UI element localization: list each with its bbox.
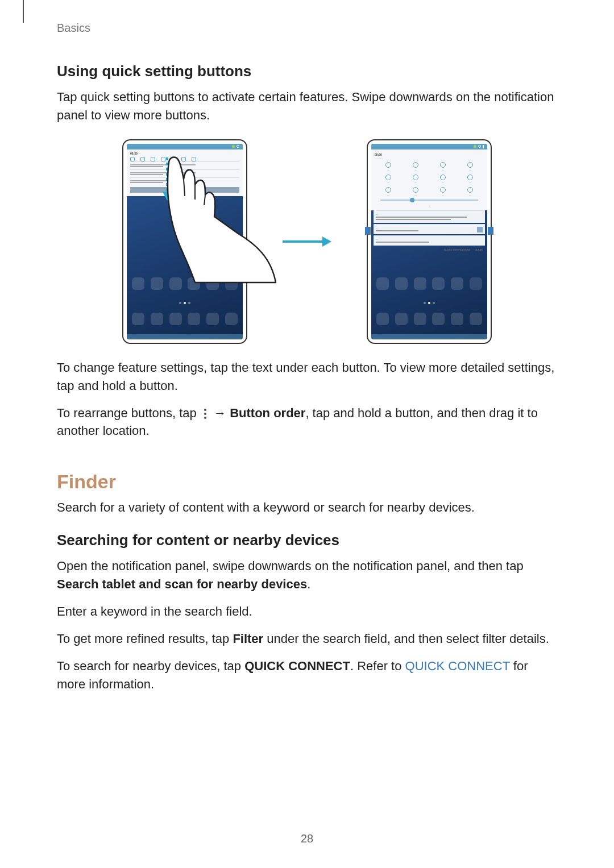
status-bar — [127, 144, 243, 149]
figure-row: 08:30 — [57, 139, 557, 344]
tablet-expanded-illustration: 08:30 — — — — — — — — — — — — — [367, 139, 492, 344]
widget-row — [371, 272, 487, 295]
header-crop-rule — [23, 0, 24, 23]
text: To search for nearby devices, tap — [57, 659, 244, 673]
para-enter-keyword: Enter a keyword in the search field. — [57, 603, 557, 621]
quick-connect-label: QUICK CONNECT — [244, 659, 350, 673]
notification-list: — — — BLOCK NOTIFICATIONS CLEAR — [371, 210, 487, 253]
para-search-open: Open the notification panel, swipe downw… — [57, 557, 557, 593]
para-finder-intro: Search for a variety of content with a k… — [57, 499, 557, 517]
section-label: Basics — [57, 22, 90, 35]
para-quick-connect: To search for nearby devices, tap QUICK … — [57, 657, 557, 693]
clear-label: CLEAR — [475, 248, 483, 251]
dock — [127, 308, 243, 330]
scroll-accent-right — [488, 227, 493, 235]
text: To rearrange buttons, tap — [57, 406, 200, 420]
pagination-dots — [127, 302, 243, 304]
text: . Refer to — [350, 659, 405, 673]
para-change-settings: To change feature settings, tap the text… — [57, 359, 557, 395]
quick-settings-grid: 08:30 — — — — — — — — — — — — — [371, 149, 487, 210]
brightness-slider — [380, 200, 478, 201]
svg-marker-3 — [322, 236, 331, 247]
notification-panel-collapsed: 08:30 — [127, 149, 243, 196]
swipe-down-arrow-icon — [161, 157, 173, 205]
para-rearrange: To rearrange buttons, tap → Button order… — [57, 404, 557, 441]
dock — [371, 308, 487, 330]
text: . — [307, 577, 310, 591]
android-nav-strip — [371, 334, 487, 339]
page-content: Using quick setting buttons Tap quick se… — [57, 63, 557, 697]
button-order-label: Button order — [230, 406, 305, 420]
heading-quick-settings: Using quick setting buttons — [57, 63, 557, 80]
android-nav-strip — [127, 334, 243, 339]
text: Open the notification panel, swipe downw… — [57, 559, 524, 573]
status-bar — [371, 144, 487, 149]
heading-searching: Searching for content or nearby devices — [57, 531, 557, 549]
quick-settings-row — [130, 157, 239, 161]
text: To get more refined results, tap — [57, 632, 233, 646]
svg-marker-1 — [163, 192, 172, 201]
widget-row — [127, 272, 243, 295]
block-notifications-label: BLOCK NOTIFICATIONS — [444, 248, 470, 251]
pagination-dots — [371, 302, 487, 304]
more-options-icon — [201, 408, 209, 420]
para-quick-intro: Tap quick setting buttons to activate ce… — [57, 88, 557, 124]
scroll-accent-left — [365, 227, 371, 235]
search-tablet-label: Search tablet and scan for nearby device… — [57, 577, 307, 591]
heading-finder: Finder — [57, 471, 557, 493]
text: under the search field, and then select … — [263, 632, 549, 646]
quick-connect-link[interactable]: QUICK CONNECT — [405, 659, 510, 673]
flow-arrow-icon — [281, 235, 333, 248]
page-number: 28 — [0, 832, 614, 845]
arrow-text: → — [210, 406, 230, 420]
para-filter: To get more refined results, tap Filter … — [57, 630, 557, 648]
filter-label: Filter — [233, 632, 263, 646]
tablet-collapsed-illustration: 08:30 — [122, 139, 247, 344]
